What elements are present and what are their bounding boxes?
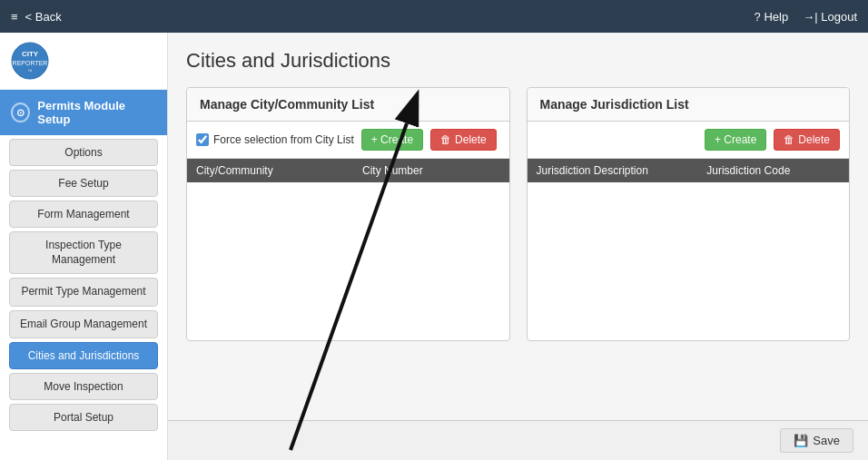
jurisdiction-table: Jurisdiction Description Jurisdiction Co…	[528, 159, 850, 182]
app-layout: CITY REPORTER ™ ⊙ Permits Module Setup O…	[0, 33, 868, 460]
save-button[interactable]: 💾 Save	[780, 428, 853, 453]
help-link[interactable]: ? Help	[755, 10, 789, 24]
jurisdiction-panel-toolbar: + Create 🗑 Delete	[528, 122, 850, 159]
sidebar-item-fee-setup[interactable]: Fee Setup	[9, 170, 158, 197]
city-panel: Manage City/Community List Force selecti…	[186, 87, 510, 341]
trash-icon: 🗑	[440, 133, 451, 146]
jurisdiction-table-header-row: Jurisdiction Description Jurisdiction Co…	[528, 159, 850, 182]
content-area: Cities and Jurisdictions Manage City/Com…	[168, 33, 868, 420]
city-panel-header: Manage City/Community List	[187, 88, 509, 122]
city-delete-button[interactable]: 🗑 Delete	[430, 129, 497, 151]
sidebar-item-inspection-type-management[interactable]: Inspection Type Management	[9, 231, 158, 274]
sidebar: CITY REPORTER ™ ⊙ Permits Module Setup O…	[0, 33, 168, 460]
top-nav: ≡ < Back ? Help →| Logout	[0, 0, 868, 33]
force-selection-checkbox[interactable]	[196, 133, 209, 146]
svg-text:REPORTER: REPORTER	[13, 60, 48, 66]
jurisdiction-delete-button[interactable]: 🗑 Delete	[774, 129, 840, 151]
page-title: Cities and Jurisdictions	[186, 49, 850, 73]
sidebar-item-cities-and-jurisdictions[interactable]: Cities and Jurisdictions	[9, 342, 158, 369]
sidebar-logo: CITY REPORTER ™	[0, 33, 167, 90]
sidebar-item-form-management[interactable]: Form Management	[9, 201, 158, 228]
sidebar-item-portal-setup[interactable]: Portal Setup	[9, 404, 158, 431]
jurisdiction-panel-header: Manage Jurisdiction List	[528, 88, 850, 122]
city-create-button[interactable]: + Create	[361, 129, 423, 151]
jurisdiction-col-description: Jurisdiction Description	[528, 159, 698, 182]
panels-row: Manage City/Community List Force selecti…	[186, 87, 850, 341]
city-col-community: City/Community	[187, 159, 353, 182]
jurisdiction-col-code: Jurisdiction Code	[697, 159, 831, 182]
city-reporter-logo: CITY REPORTER ™	[11, 42, 49, 80]
jurisdiction-panel: Manage Jurisdiction List + Create 🗑 Dele…	[527, 87, 851, 341]
jurisdiction-col-scroll-space	[831, 159, 849, 182]
svg-text:CITY: CITY	[22, 50, 39, 58]
help-icon: ?	[755, 10, 761, 24]
back-link[interactable]: < Back	[25, 10, 62, 24]
jurisdiction-create-button[interactable]: + Create	[705, 129, 766, 151]
module-title: Permits Module Setup	[37, 99, 156, 126]
sidebar-item-move-inspection[interactable]: Move Inspection	[9, 373, 158, 400]
city-table: City/Community City Number	[187, 159, 509, 182]
trash-icon-2: 🗑	[784, 133, 794, 146]
sidebar-item-permit-type-management[interactable]: Permit Type Management	[9, 278, 158, 307]
footer: 💾 Save	[168, 420, 868, 460]
sidebar-nav: OptionsFee SetupForm ManagementInspectio…	[0, 135, 167, 435]
main-content: Cities and Jurisdictions Manage City/Com…	[168, 33, 868, 460]
sidebar-module-header: ⊙ Permits Module Setup	[0, 90, 167, 135]
module-icon: ⊙	[11, 103, 30, 122]
logout-icon: →|	[803, 10, 817, 24]
jurisdiction-table-head: Jurisdiction Description Jurisdiction Co…	[528, 159, 850, 182]
force-selection-label[interactable]: Force selection from City List	[196, 133, 354, 146]
svg-text:™: ™	[28, 68, 33, 73]
sidebar-item-options[interactable]: Options	[9, 139, 158, 166]
top-nav-left: ≡ < Back	[11, 10, 62, 24]
jurisdiction-table-wrapper: Jurisdiction Description Jurisdiction Co…	[528, 159, 850, 182]
hamburger-icon[interactable]: ≡	[11, 10, 18, 24]
city-table-head: City/Community City Number	[187, 159, 509, 182]
city-col-scroll-space	[491, 159, 509, 182]
city-table-wrapper: City/Community City Number	[187, 159, 509, 182]
city-panel-toolbar: Force selection from City List + Create …	[187, 122, 509, 159]
save-icon: 💾	[794, 434, 808, 447]
sidebar-item-email-group-management[interactable]: Email Group Management	[9, 310, 158, 339]
city-col-number: City Number	[353, 159, 491, 182]
top-nav-right: ? Help →| Logout	[755, 10, 857, 24]
logout-link[interactable]: →| Logout	[803, 10, 857, 24]
city-table-header-row: City/Community City Number	[187, 159, 509, 182]
